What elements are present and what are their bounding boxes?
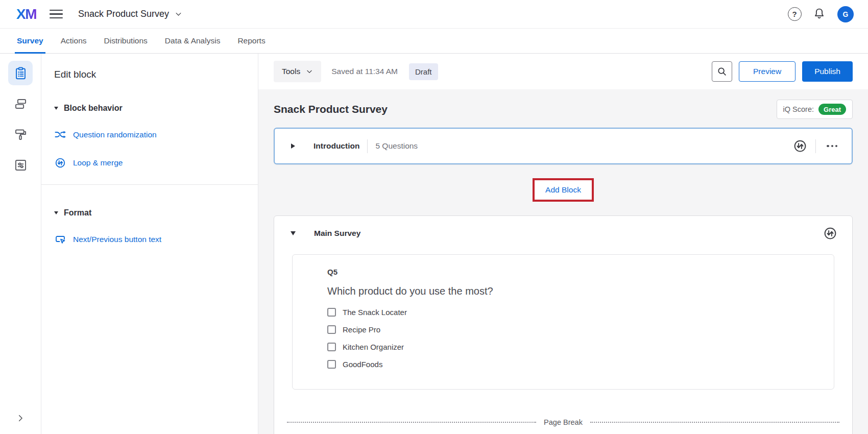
loop-icon (823, 226, 838, 241)
option-checkbox[interactable] (327, 308, 336, 317)
search-button[interactable] (712, 61, 732, 82)
main-survey-header[interactable]: Main Survey (274, 216, 852, 251)
question-card-q5[interactable]: Q5 Which product do you use the most? Th… (292, 254, 834, 390)
survey-builder-clipboard-icon (14, 66, 28, 80)
question-options: The Snack Locater Recipe Pro Kitchen Org… (327, 308, 813, 369)
rail-item-survey-builder[interactable] (8, 61, 33, 85)
option-checkbox[interactable] (327, 325, 336, 334)
section-block-behavior[interactable]: Block behavior (54, 104, 123, 113)
option-label: Kitchen Organizer (343, 343, 404, 351)
preview-button[interactable]: Preview (739, 61, 795, 82)
hamburger-menu-icon[interactable] (50, 9, 63, 19)
tab-survey[interactable]: Survey (8, 29, 52, 53)
vertical-divider (367, 139, 368, 153)
button-cursor-icon (54, 233, 66, 246)
user-avatar[interactable]: G (837, 6, 854, 22)
triangle-right-icon (291, 143, 295, 149)
section-title: Format (64, 208, 91, 218)
panel-link-label: Question randomization (73, 130, 157, 139)
question-option: GoodFoods (327, 360, 813, 369)
collapse-block-button[interactable] (291, 231, 296, 235)
option-label: GoodFoods (343, 360, 382, 369)
panel-link-label: Loop & merge (73, 158, 123, 167)
next-previous-button-text-link[interactable]: Next/Previous button text (54, 233, 161, 246)
page-break: Page Break (287, 418, 839, 426)
shuffle-icon (54, 129, 66, 141)
loop-icon (54, 157, 66, 169)
help-button[interactable]: ? (784, 4, 805, 25)
main-column: Tools Saved at 11:34 AM Draft Preview Pu… (258, 54, 868, 434)
block-loop-button[interactable] (823, 226, 838, 241)
rail-item-survey-flow[interactable] (8, 91, 33, 116)
iq-score-label: iQ Score: (783, 105, 814, 113)
search-icon (716, 66, 728, 77)
page-break-label: Page Break (544, 418, 583, 426)
block-question-count: 5 Questions (375, 141, 418, 151)
section-title: Block behavior (64, 104, 123, 113)
loop-icon (792, 138, 808, 154)
body-row: Edit block Block behavior (0, 54, 868, 434)
question-option: The Snack Locater (327, 308, 813, 317)
option-label: The Snack Locater (343, 308, 407, 317)
block-options-menu-button[interactable] (824, 142, 840, 150)
option-checkbox[interactable] (327, 360, 336, 369)
panel-link-label: Next/Previous button text (73, 235, 161, 244)
tab-distributions[interactable]: Distributions (95, 29, 156, 53)
tab-actions[interactable]: Actions (52, 29, 95, 53)
survey-title: Snack Product Survey (274, 103, 388, 115)
page-break-line (590, 422, 839, 423)
editor-toolbar: Tools Saved at 11:34 AM Draft Preview Pu… (258, 54, 868, 89)
collapse-triangle-icon (54, 211, 58, 214)
block-introduction[interactable]: Introduction 5 Questions (274, 128, 853, 164)
question-text: Which product do you use the most? (327, 285, 813, 297)
panel-title: Edit block (54, 69, 243, 80)
survey-canvas: Snack Product Survey iQ Score: Great Int… (258, 89, 868, 434)
vertical-divider (815, 139, 816, 153)
tools-dropdown[interactable]: Tools (274, 61, 321, 82)
add-block-button[interactable]: Add Block (535, 180, 592, 200)
draft-badge: Draft (409, 63, 438, 80)
bell-icon (812, 7, 826, 21)
tab-data-analysis[interactable]: Data & Analysis (156, 29, 229, 53)
help-icon: ? (788, 7, 802, 21)
saved-status: Saved at 11:34 AM (331, 67, 398, 76)
tools-label: Tools (282, 67, 300, 76)
triangle-down-icon (291, 231, 296, 235)
loop-and-merge-link[interactable]: Loop & merge (54, 157, 123, 169)
survey-name-dropdown[interactable]: Snack Product Survey (75, 8, 185, 20)
survey-title-row: Snack Product Survey iQ Score: Great (274, 100, 853, 119)
add-block-row: Add Block (274, 178, 853, 202)
collapse-triangle-icon (54, 107, 58, 110)
block-name: Introduction (314, 141, 359, 151)
question-option: Kitchen Organizer (327, 343, 813, 351)
expand-rail-button[interactable] (10, 411, 31, 426)
rail-item-look-and-feel[interactable] (8, 122, 33, 147)
top-bar: XM Snack Product Survey ? G (0, 0, 868, 29)
block-loop-button[interactable] (792, 138, 808, 154)
annotation-highlight-box: Add Block (533, 178, 594, 202)
expand-block-button[interactable] (291, 143, 295, 149)
iq-score-badge: Great (818, 104, 846, 115)
chevron-right-icon (16, 414, 25, 423)
survey-options-sliders-icon (14, 158, 28, 172)
xm-logo: XM (16, 7, 36, 21)
chevron-down-icon (175, 10, 182, 18)
iq-score-widget[interactable]: iQ Score: Great (777, 100, 853, 119)
panel-divider (41, 184, 258, 185)
survey-flow-icon (14, 97, 28, 111)
option-checkbox[interactable] (327, 343, 336, 351)
rail-item-survey-options[interactable] (8, 153, 33, 177)
left-icon-rail (0, 54, 41, 434)
notifications-button[interactable] (809, 4, 829, 25)
paint-roller-icon (14, 128, 28, 141)
section-format[interactable]: Format (54, 208, 91, 218)
question-randomization-link[interactable]: Question randomization (54, 129, 157, 141)
page-break-line (287, 422, 536, 423)
primary-nav: Survey Actions Distributions Data & Anal… (0, 29, 868, 54)
publish-button[interactable]: Publish (802, 61, 853, 82)
survey-name: Snack Product Survey (78, 9, 169, 19)
app-root: XM Snack Product Survey ? G Survey Actio… (0, 0, 868, 434)
tab-reports[interactable]: Reports (229, 29, 274, 53)
chevron-down-icon (306, 68, 313, 75)
block-name: Main Survey (314, 229, 360, 238)
